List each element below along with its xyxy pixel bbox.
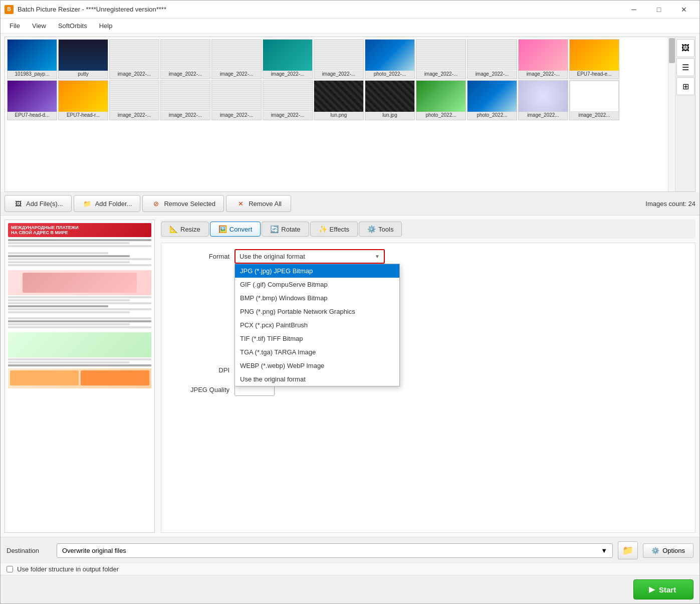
thumbnail-16[interactable]: image_2022-... [211, 80, 262, 120]
thumb-preview-8 [416, 40, 465, 71]
close-button[interactable]: ✕ [672, 3, 695, 17]
tab-rotate[interactable]: 🔄 Rotate [262, 222, 309, 237]
thumbnail-8[interactable]: image_2022-... [416, 39, 466, 79]
tab-tools[interactable]: ⚙️ Tools [359, 222, 402, 237]
settings-panel: 📐 Resize 🖼️ Convert 🔄 Rotate ✨ Effects ⚙… [161, 220, 695, 533]
tab-effects-label: Effects [330, 226, 350, 233]
window-title: Batch Picture Resizer - ****Unregistered… [18, 6, 622, 13]
thumb-preview-9 [468, 40, 517, 71]
toolbar-row: 🖼 Add File(s)... 📁 Add Folder... ⊘ Remov… [1, 192, 699, 216]
list-view-button[interactable]: ☰ [676, 58, 694, 76]
add-folder-label: Add Folder... [95, 200, 132, 208]
thumbnail-6[interactable]: image_2022-... [314, 39, 364, 79]
thumb-name-20: photo_2022... [416, 112, 465, 118]
remove-all-icon: ✕ [236, 198, 246, 209]
thumbnail-10[interactable]: image_2022-... [518, 39, 568, 79]
menu-view[interactable]: View [27, 20, 51, 32]
thumb-name-9: image_2022-... [468, 71, 517, 77]
dpi-label: DPI [169, 366, 229, 374]
format-option-webp[interactable]: WEBP (*.webp) WebP Image [235, 359, 399, 372]
thumbnail-21[interactable]: photo_2022... [467, 80, 517, 120]
thumbnail-17[interactable]: image_2022-... [263, 80, 313, 120]
scrollbar-thumb [669, 38, 675, 63]
format-option-tga[interactable]: TGA (*.tga) TARGA Image [235, 345, 399, 359]
form-area: Format Use the original format ▼ JPG (*.… [161, 243, 695, 533]
thumbnail-7[interactable]: photo_2022-... [365, 39, 415, 79]
remove-selected-icon: ⊘ [151, 198, 161, 209]
start-label: Start [659, 585, 676, 594]
grid-view-button[interactable]: ⊞ [676, 77, 694, 95]
thumb-name-2: image_2022-... [110, 71, 159, 77]
menu-softorbits[interactable]: SoftOrbits [53, 20, 92, 32]
format-dropdown-list: JPG (*.jpg) JPEG Bitmap GIF (.gif) Compu… [235, 264, 400, 386]
minimize-button[interactable]: ─ [622, 3, 645, 17]
thumbnail-9[interactable]: image_2022-... [467, 39, 517, 79]
thumbnail-23[interactable]: image_2022... [569, 80, 619, 120]
thumbnail-12[interactable]: EPU7-head-d... [7, 80, 57, 120]
add-folder-button[interactable]: 📁 Add Folder... [74, 195, 141, 212]
format-option-pcx[interactable]: PCX (*.pcx) PaintBrush [235, 318, 399, 332]
app-icon: B [5, 5, 14, 14]
thumbnail-19[interactable]: lun.jpg [365, 80, 415, 120]
thumb-name-1: putty [59, 71, 108, 77]
thumbnail-22[interactable]: image_2022... [518, 80, 568, 120]
format-option-gif[interactable]: GIF (.gif) CompuServe Bitmap [235, 278, 399, 291]
gallery-view-button[interactable]: 🖼 [676, 39, 694, 57]
thumb-preview-22 [519, 81, 568, 112]
format-option-png[interactable]: PNG (*.png) Portable Network Graphics [235, 305, 399, 318]
thumb-name-18: lun.png [314, 112, 363, 118]
destination-bar: Destination Overwrite original files ▼ 📁… [1, 537, 699, 563]
title-bar: B Batch Picture Resizer - ****Unregister… [1, 1, 699, 19]
maximize-button[interactable]: □ [647, 3, 670, 17]
thumb-preview-3 [161, 40, 210, 71]
menu-bar: File View SoftOrbits Help [1, 19, 699, 34]
destination-dropdown-arrow: ▼ [601, 547, 607, 554]
convert-tab-icon: 🖼️ [218, 225, 227, 233]
tab-resize[interactable]: 📐 Resize [161, 222, 209, 237]
destination-dropdown[interactable]: Overwrite original files ▼ [57, 543, 613, 558]
resize-tab-icon: 📐 [169, 225, 178, 233]
thumbnail-20[interactable]: photo_2022... [416, 80, 466, 120]
thumbnail-11[interactable]: EPU7-head-e... [569, 39, 619, 79]
remove-selected-button[interactable]: ⊘ Remove Selected [142, 195, 224, 212]
remove-all-button[interactable]: ✕ Remove All [226, 195, 291, 212]
thumbnail-0[interactable]: 101983_payp... [7, 39, 57, 79]
tab-effects[interactable]: ✨ Effects [310, 222, 358, 237]
tab-tools-label: Tools [378, 226, 393, 233]
scrollbar[interactable] [668, 37, 675, 191]
format-dropdown-header[interactable]: Use the original format ▼ [235, 249, 385, 264]
thumb-name-16: image_2022-... [212, 112, 261, 118]
thumbnail-13[interactable]: EPU7-head-r... [58, 80, 108, 120]
image-grid-scroll[interactable]: 101983_payp...puttyimage_2022-...image_2… [5, 37, 668, 187]
format-option-original[interactable]: Use the original format [235, 372, 399, 386]
format-option-bmp[interactable]: BMP (*.bmp) Windows Bitmap [235, 291, 399, 305]
images-count: Images count: 24 [645, 200, 695, 208]
format-option-jpg[interactable]: JPG (*.jpg) JPEG Bitmap [235, 264, 399, 278]
thumb-name-15: image_2022-... [161, 112, 210, 118]
thumbnail-4[interactable]: image_2022-... [211, 39, 262, 79]
format-dropdown-value: Use the original format [240, 253, 305, 260]
folder-structure-checkbox[interactable] [7, 566, 13, 572]
options-button[interactable]: ⚙️ Options [643, 543, 693, 558]
thumbnail-15[interactable]: image_2022-... [160, 80, 210, 120]
menu-file[interactable]: File [5, 20, 25, 32]
start-button[interactable]: ▶ Start [633, 579, 693, 599]
thumb-name-8: image_2022-... [416, 71, 465, 77]
gear-icon: ⚙️ [651, 547, 659, 554]
add-files-button[interactable]: 🖼 Add File(s)... [5, 195, 72, 212]
thumb-name-0: 101983_payp... [8, 71, 57, 77]
menu-help[interactable]: Help [94, 20, 118, 32]
tab-convert[interactable]: 🖼️ Convert [210, 222, 261, 237]
thumbnail-3[interactable]: image_2022-... [160, 39, 210, 79]
thumbnail-18[interactable]: lun.png [314, 80, 364, 120]
options-label: Options [662, 547, 685, 554]
thumb-name-17: image_2022-... [263, 112, 312, 118]
thumbnail-5[interactable]: image_2022-... [263, 39, 313, 79]
thumbnail-2[interactable]: image_2022-... [109, 39, 159, 79]
thumb-name-21: photo_2022... [468, 112, 517, 118]
destination-folder-button[interactable]: 📁 [618, 541, 638, 559]
thumbnail-14[interactable]: image_2022-... [109, 80, 159, 120]
format-option-tif[interactable]: TIF (*.tif) TIFF Bitmap [235, 332, 399, 345]
thumbnail-1[interactable]: putty [58, 39, 108, 79]
folder-structure-label: Use folder structure in output folder [17, 565, 119, 573]
